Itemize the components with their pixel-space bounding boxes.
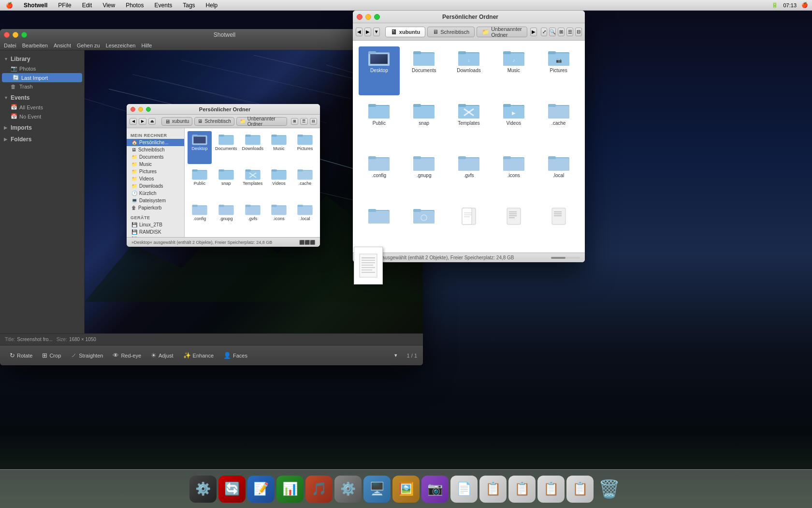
inner-max-btn[interactable] [146,107,151,112]
folder-snap[interactable]: snap [404,99,445,148]
inner-folder-templates[interactable]: Templates [241,166,265,199]
straighten-button[interactable]: ⟋ Straighten [67,350,107,361]
dock-camera[interactable]: 📷 [421,476,449,503]
more-button[interactable]: ▾ [391,350,401,360]
inner-folder-documents[interactable]: Documents [214,131,239,164]
inner-folder-videos[interactable]: Videos [267,166,291,199]
finder-minimize-button[interactable] [365,14,371,20]
sidebar-photos[interactable]: 📷 Photos [0,64,84,73]
adjust-button[interactable]: ☀ Adjust [147,350,177,361]
sidebar-persoenliche[interactable]: 🏠 Persönliche... [127,139,184,146]
dock-shotwell[interactable]: 🖼️ [392,476,420,503]
menu-datei[interactable]: Datei [4,43,16,48]
sidebar-papierkorb[interactable]: 🗑 Papierkorb [127,204,184,211]
help-menu[interactable]: Help [204,2,220,9]
inner-tab-xubuntu[interactable]: 🖥 xubuntu [161,117,193,126]
tags-menu[interactable]: Tags [181,2,197,9]
view-menu[interactable]: View [101,2,117,9]
menu-lesezeichen[interactable]: Lesezeichen [106,43,136,48]
inner-folder-local[interactable]: .local [293,201,317,234]
folder-videos[interactable]: ▶ Videos [493,99,534,148]
inner-tab-schreibtisch[interactable]: 🖥 Schreibtisch [194,117,234,126]
inner-folder-cache[interactable]: .cache [293,166,317,199]
sidebar-last-import[interactable]: 🔄 Last Import [2,73,82,82]
sidebar-all-events[interactable]: 📅 All Events [0,103,84,112]
inner-col-btn[interactable]: ⊟ [310,118,317,125]
size-slider[interactable] [551,257,580,259]
sidebar-trash[interactable]: 🗑 Trash [0,82,84,91]
events-header[interactable]: ▼ Events [0,93,84,103]
rotate-button[interactable]: ↻ Rotate [6,350,36,361]
sidebar-pictures[interactable]: 📁 Pictures [127,168,184,175]
folder-templates[interactable]: Templates [449,99,490,148]
dock-doc1[interactable]: 📄 [450,476,478,503]
red-eye-button[interactable]: 👁 Red-eye [109,350,145,361]
inner-list-btn[interactable]: ☰ [300,118,307,125]
enhance-button[interactable]: ✨ Enhance [179,350,218,361]
inner-folder-gvfs[interactable]: .gvfs [241,201,265,234]
sidebar-music[interactable]: 📁 Music [127,161,184,168]
folder-gvfs[interactable]: .gvfs [449,151,490,200]
finder-tab-more-btn[interactable]: ▶ [530,28,537,36]
inner-folder-desktop[interactable]: Desktop [188,131,212,164]
folder-config[interactable]: .config [359,151,400,200]
inner-grid-btn[interactable]: ⊞ [291,118,298,125]
inner-folder-music[interactable]: Music [267,131,291,164]
inner-folder-config[interactable]: .config [188,201,212,234]
file-item2[interactable] [493,204,534,247]
dock-trash[interactable]: 🗑️ [595,476,623,503]
menu-ansicht[interactable]: Ansicht [54,43,71,48]
dock-reinstall[interactable]: 🔄 [218,476,246,503]
app-name-menu[interactable]: Shotwell [22,2,49,9]
dock-finder[interactable]: 🖥️ [363,476,391,503]
grid-view-btn[interactable]: ⊞ [558,28,565,36]
folder-extra2[interactable] [404,204,445,247]
maximize-button[interactable] [21,32,27,38]
folder-pictures[interactable]: 📷 Pictures [538,46,579,95]
folder-local[interactable]: .local [538,151,579,200]
finder-down-btn[interactable]: ▼ [373,28,380,36]
dock-calc[interactable]: 📊 [276,476,304,503]
folder-downloads[interactable]: ↓ Downloads [449,46,490,95]
inner-folder-snap[interactable]: snap [214,166,239,199]
dock-doc3[interactable]: 📋 [508,476,536,503]
inner-tab-unbenannt[interactable]: 📁 Unbenannter Ordner [236,117,287,126]
minimize-button[interactable] [13,32,18,38]
sidebar-documents[interactable]: 📁 Documents [127,153,184,161]
dock-doc4[interactable]: 📋 [537,476,565,503]
pfile-menu[interactable]: PFile [56,2,73,9]
tab-schreibtisch[interactable]: 🖥 Schreibtisch [427,27,475,37]
inner-folder-gnupg[interactable]: .gnupg [214,201,239,234]
inner-fwd-btn[interactable]: ▶ [139,118,146,125]
file-item1[interactable] [449,204,490,247]
dock-writer[interactable]: 📝 [247,476,275,503]
menu-bearbeiten[interactable]: Bearbeiten [22,43,48,48]
inner-eject-btn[interactable]: ⏏ [148,118,156,125]
list-view-btn[interactable]: ☰ [566,28,573,36]
imports-header[interactable]: ▶ Imports [0,123,84,133]
finder-back-btn[interactable]: ◀ [356,28,362,36]
finder-maximize-button[interactable] [374,14,380,20]
events-menu[interactable]: Events [153,2,174,9]
sidebar-schreibtisch[interactable]: 🖥 Schreibtisch [127,146,184,153]
sidebar-videos[interactable]: 📁 Videos [127,175,184,182]
inner-close-btn[interactable] [130,107,135,112]
menu-hilfe[interactable]: Hilfe [141,43,152,48]
close-button[interactable] [4,32,10,38]
inner-back-btn[interactable]: ◀ [130,118,137,125]
folder-public[interactable]: Public [359,99,400,148]
sidebar-no-event[interactable]: 📅 No Event [0,112,84,121]
search-btn[interactable]: 🔍 [549,28,556,36]
dock-settings[interactable]: ⚙️ [189,476,217,503]
inner-folder-icons[interactable]: .icons [267,201,291,234]
folder-extra1[interactable] [359,204,400,247]
library-header[interactable]: ▼ Library [0,54,84,64]
dock-impress[interactable]: 🎵 [305,476,333,503]
finder-close-button[interactable] [357,14,362,20]
photos-menu[interactable]: Photos [124,2,145,9]
folder-cache[interactable]: .cache [538,99,579,148]
edit-menu[interactable]: Edit [80,2,94,9]
inner-folder-downloads[interactable]: Downloads [241,131,265,164]
folder-gnupg[interactable]: .gnupg [404,151,445,200]
dock-sysprefs[interactable]: ⚙️ [334,476,362,503]
